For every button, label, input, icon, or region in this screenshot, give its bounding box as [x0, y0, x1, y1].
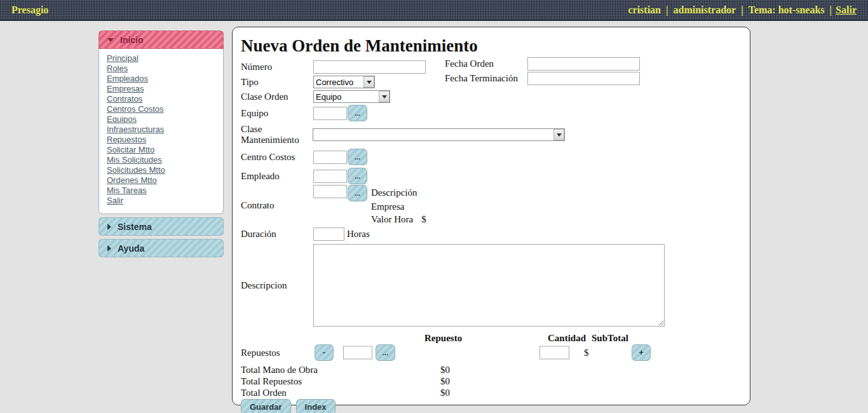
sidebar-item-mis-tareas[interactable]: Mis Tareas	[107, 186, 218, 196]
separator: |	[666, 4, 668, 15]
sidebar-item-equipos[interactable]: Equipos	[107, 114, 218, 125]
total-repuestos-row: Total Repuestos $0	[241, 376, 741, 388]
contrato-empresa-label: Empresa	[371, 201, 404, 212]
repuestos-row: Repuestos - ... $ +	[241, 344, 741, 361]
clase-mantenimiento-label: Clase Mantenimiento	[241, 124, 313, 146]
form-actions: Guardar Index	[241, 399, 741, 413]
total-orden-label: Total Orden	[241, 388, 287, 398]
topbar: Presagio cristian | administrador | Tema…	[0, 0, 868, 21]
sidebar-item-ordenes-mtto[interactable]: Ordenes Mtto	[107, 175, 218, 186]
accordion-label-ayuda: Ayuda	[118, 243, 144, 254]
repuesto-browse-button[interactable]: ...	[376, 344, 395, 361]
sidebar-item-contratos[interactable]: Contratos	[107, 94, 218, 104]
logout-link[interactable]: Salir	[836, 4, 857, 15]
col-repuesto-header: Repuesto	[424, 333, 462, 344]
descripcion-textarea[interactable]	[313, 244, 665, 327]
repuesto-input[interactable]	[343, 346, 372, 359]
triangle-right-icon	[107, 245, 111, 252]
empleado-label: Empleado	[241, 171, 313, 182]
duracion-input[interactable]	[313, 227, 344, 241]
accordion-header-inicio[interactable]: Inicio	[98, 30, 224, 49]
theme-label: Tema: hot-sneaks	[749, 4, 825, 15]
empleado-browse-button[interactable]: ...	[348, 168, 367, 184]
app-brand: Presagio	[11, 4, 48, 16]
total-orden-value: $0	[440, 388, 450, 398]
col-cantidad-header: Cantidad	[548, 333, 586, 344]
contrato-valor-hora-label: Valor Hora	[371, 214, 413, 225]
separator: |	[741, 4, 743, 15]
contrato-input[interactable]	[313, 185, 347, 198]
total-mano-obra-row: Total Mano de Obra $0	[241, 365, 741, 376]
triangle-down-icon	[107, 38, 114, 42]
descripcion-label: Descripcion	[241, 280, 313, 291]
contrato-browse-button[interactable]: ...	[348, 185, 367, 201]
clase-orden-label: Clase Orden	[241, 91, 313, 102]
accordion-label-sistema: Sistema	[118, 222, 152, 232]
accordion-header-ayuda[interactable]: Ayuda	[98, 239, 224, 257]
index-button[interactable]: Index	[296, 399, 336, 413]
sidebar-item-mis-solicitudes[interactable]: Mis Solicitudes	[107, 155, 218, 165]
tipo-select[interactable]: Correctivo	[313, 76, 375, 88]
sidebar: Inicio Principal Roles Empleados Empresa…	[98, 30, 224, 257]
guardar-button[interactable]: Guardar	[241, 399, 291, 413]
total-repuestos-value: $0	[440, 376, 450, 387]
sidebar-item-infraestructuras[interactable]: Infraestructuras	[107, 125, 218, 135]
fecha-orden-input[interactable]	[527, 57, 640, 71]
repuesto-add-button[interactable]: +	[632, 344, 651, 361]
equipo-browse-button[interactable]: ...	[348, 105, 367, 121]
tipo-label: Tipo	[241, 77, 313, 88]
sidebar-item-repuestos[interactable]: Repuestos	[107, 135, 218, 145]
col-subtotal-header: SubTotal	[592, 333, 628, 344]
total-mano-obra-label: Total Mano de Obra	[241, 365, 318, 375]
total-mano-obra-value: $0	[440, 365, 450, 376]
contrato-descripcion-label: Descripción	[371, 187, 417, 198]
order-form-panel: Nueva Orden de Mantenimiento Fecha Orden…	[232, 27, 750, 405]
sidebar-item-solicitudes-mtto[interactable]: Solicitudes Mtto	[107, 165, 218, 175]
total-orden-row: Total Orden $0	[241, 388, 741, 399]
separator: |	[830, 4, 832, 15]
repuesto-remove-button[interactable]: -	[315, 344, 334, 361]
empleado-input[interactable]	[313, 170, 347, 183]
subtotal-currency-symbol: $	[584, 347, 589, 358]
numero-label: Número	[241, 62, 313, 72]
clase-orden-select[interactable]: Equipo	[313, 90, 390, 103]
sidebar-item-solicitar-mtto[interactable]: Solicitar Mtto	[107, 145, 218, 155]
sidebar-item-roles[interactable]: Roles	[107, 64, 218, 74]
sidebar-item-centros-costos[interactable]: Centros Costos	[107, 104, 218, 114]
cantidad-input[interactable]	[539, 346, 569, 359]
accordion-content-inicio: Principal Roles Empleados Empresas Contr…	[98, 49, 224, 214]
total-repuestos-label: Total Repuestos	[241, 376, 302, 386]
sidebar-item-principal[interactable]: Principal	[107, 53, 218, 64]
centro-costos-label: Centro Costos	[241, 152, 313, 163]
topbar-user-info: cristian | administrador | Tema: hot-sne…	[627, 4, 857, 16]
accordion-label-inicio: Inicio	[120, 35, 144, 45]
equipo-label: Equipo	[241, 108, 313, 119]
repuestos-label: Repuestos	[241, 347, 280, 358]
duracion-label: Duración	[241, 229, 313, 240]
numero-input[interactable]	[313, 60, 426, 74]
duracion-unit-label: Horas	[347, 229, 370, 240]
fecha-terminacion-input[interactable]	[527, 72, 640, 85]
page-title: Nueva Orden de Mantenimiento	[241, 36, 741, 56]
username: cristian	[628, 4, 661, 15]
triangle-right-icon	[107, 224, 111, 230]
equipo-input[interactable]	[313, 107, 347, 120]
fecha-terminacion-label: Fecha Terminación	[445, 73, 527, 84]
repuestos-column-headers: Repuesto Cantidad SubTotal	[241, 333, 741, 342]
sidebar-item-empleados[interactable]: Empleados	[107, 74, 218, 84]
contrato-info: Descripción Empresa Valor Hora $	[371, 185, 426, 226]
contrato-currency-symbol: $	[421, 214, 426, 225]
centro-costos-browse-button[interactable]: ...	[348, 149, 367, 165]
centro-costos-input[interactable]	[313, 151, 347, 164]
contrato-label: Contrato	[241, 200, 313, 211]
sidebar-item-salir[interactable]: Salir	[107, 196, 218, 206]
clase-mantenimiento-select[interactable]	[313, 128, 565, 141]
sidebar-item-empresas[interactable]: Empresas	[107, 84, 218, 94]
user-role: administrador	[674, 4, 736, 15]
accordion-header-sistema[interactable]: Sistema	[98, 217, 224, 236]
page-layout: Inicio Principal Roles Empleados Empresa…	[0, 21, 868, 405]
fecha-orden-label: Fecha Orden	[445, 58, 527, 69]
fecha-block: Fecha Orden Fecha Terminación	[445, 57, 640, 86]
